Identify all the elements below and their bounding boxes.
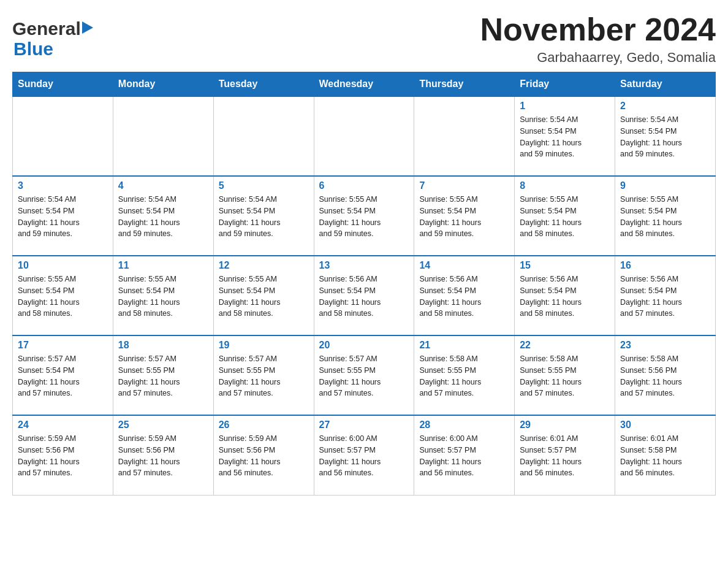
day-number: 27 (319, 419, 409, 431)
weekday-header-tuesday: Tuesday (213, 72, 314, 97)
day-number: 19 (219, 340, 309, 351)
logo-general-text: General (12, 18, 81, 39)
day-info: Sunrise: 5:58 AMSunset: 5:56 PMDaylight:… (620, 353, 710, 399)
logo: General Blue (12, 12, 93, 59)
weekday-header-row: SundayMondayTuesdayWednesdayThursdayFrid… (13, 72, 716, 97)
day-info: Sunrise: 5:55 AMSunset: 5:54 PMDaylight:… (419, 194, 509, 240)
calendar-cell: 14Sunrise: 5:56 AMSunset: 5:54 PMDayligh… (414, 256, 515, 335)
day-info: Sunrise: 5:56 AMSunset: 5:54 PMDaylight:… (319, 274, 409, 320)
day-info: Sunrise: 5:54 AMSunset: 5:54 PMDaylight:… (219, 194, 309, 240)
calendar-cell: 11Sunrise: 5:55 AMSunset: 5:54 PMDayligh… (113, 256, 213, 335)
day-number: 24 (18, 419, 108, 431)
calendar-cell: 29Sunrise: 6:01 AMSunset: 5:57 PMDayligh… (515, 415, 615, 495)
calendar-cell: 28Sunrise: 6:00 AMSunset: 5:57 PMDayligh… (414, 415, 515, 495)
day-info: Sunrise: 5:54 AMSunset: 5:54 PMDaylight:… (620, 114, 710, 160)
day-number: 7 (419, 180, 509, 191)
day-info: Sunrise: 5:55 AMSunset: 5:54 PMDaylight:… (118, 274, 208, 320)
day-info: Sunrise: 5:55 AMSunset: 5:54 PMDaylight:… (219, 274, 309, 320)
day-number: 15 (520, 260, 610, 271)
day-info: Sunrise: 6:01 AMSunset: 5:57 PMDaylight:… (520, 433, 610, 479)
calendar-cell: 10Sunrise: 5:55 AMSunset: 5:54 PMDayligh… (13, 256, 113, 335)
day-info: Sunrise: 6:01 AMSunset: 5:58 PMDaylight:… (620, 433, 710, 479)
calendar-cell: 8Sunrise: 5:55 AMSunset: 5:54 PMDaylight… (515, 176, 615, 256)
day-number: 20 (319, 340, 409, 351)
month-title: November 2024 (480, 12, 716, 47)
day-info: Sunrise: 5:56 AMSunset: 5:54 PMDaylight:… (520, 274, 610, 320)
day-number: 9 (620, 180, 710, 191)
calendar-cell: 16Sunrise: 5:56 AMSunset: 5:54 PMDayligh… (615, 256, 716, 335)
day-info: Sunrise: 5:58 AMSunset: 5:55 PMDaylight:… (520, 353, 610, 399)
calendar-cell: 27Sunrise: 6:00 AMSunset: 5:57 PMDayligh… (314, 415, 414, 495)
calendar-cell: 2Sunrise: 5:54 AMSunset: 5:54 PMDaylight… (615, 96, 716, 176)
calendar-cell: 24Sunrise: 5:59 AMSunset: 5:56 PMDayligh… (13, 415, 113, 495)
calendar-table: SundayMondayTuesdayWednesdayThursdayFrid… (12, 72, 716, 496)
day-number: 28 (419, 419, 509, 431)
day-info: Sunrise: 5:55 AMSunset: 5:54 PMDaylight:… (520, 194, 610, 240)
calendar-cell: 12Sunrise: 5:55 AMSunset: 5:54 PMDayligh… (213, 256, 314, 335)
day-info: Sunrise: 6:00 AMSunset: 5:57 PMDaylight:… (419, 433, 509, 479)
day-info: Sunrise: 5:57 AMSunset: 5:55 PMDaylight:… (319, 353, 409, 399)
calendar-cell: 23Sunrise: 5:58 AMSunset: 5:56 PMDayligh… (615, 335, 716, 415)
calendar-cell: 7Sunrise: 5:55 AMSunset: 5:54 PMDaylight… (414, 176, 515, 256)
calendar-cell: 3Sunrise: 5:54 AMSunset: 5:54 PMDaylight… (13, 176, 113, 256)
day-info: Sunrise: 5:57 AMSunset: 5:55 PMDaylight:… (219, 353, 309, 399)
calendar-cell: 15Sunrise: 5:56 AMSunset: 5:54 PMDayligh… (515, 256, 615, 335)
day-info: Sunrise: 5:54 AMSunset: 5:54 PMDaylight:… (18, 194, 108, 240)
day-number: 3 (18, 180, 108, 191)
day-number: 16 (620, 260, 710, 271)
day-info: Sunrise: 5:54 AMSunset: 5:54 PMDaylight:… (118, 194, 208, 240)
day-number: 29 (520, 419, 610, 431)
day-number: 4 (118, 180, 208, 191)
day-number: 13 (319, 260, 409, 271)
logo-blue-text: Blue (13, 39, 53, 59)
day-info: Sunrise: 5:55 AMSunset: 5:54 PMDaylight:… (18, 274, 108, 320)
calendar-cell: 13Sunrise: 5:56 AMSunset: 5:54 PMDayligh… (314, 256, 414, 335)
weekday-header-wednesday: Wednesday (314, 72, 414, 97)
day-number: 8 (520, 180, 610, 191)
day-info: Sunrise: 5:59 AMSunset: 5:56 PMDaylight:… (18, 433, 108, 479)
day-number: 26 (219, 419, 309, 431)
day-number: 1 (520, 101, 610, 112)
day-number: 23 (620, 340, 710, 351)
calendar-cell: 5Sunrise: 5:54 AMSunset: 5:54 PMDaylight… (213, 176, 314, 256)
calendar-body: 1Sunrise: 5:54 AMSunset: 5:54 PMDaylight… (13, 96, 716, 495)
calendar-week-row: 24Sunrise: 5:59 AMSunset: 5:56 PMDayligh… (13, 415, 716, 495)
calendar-header: SundayMondayTuesdayWednesdayThursdayFrid… (13, 72, 716, 97)
calendar-cell: 22Sunrise: 5:58 AMSunset: 5:55 PMDayligh… (515, 335, 615, 415)
calendar-week-row: 17Sunrise: 5:57 AMSunset: 5:54 PMDayligh… (13, 335, 716, 415)
day-number: 30 (620, 419, 710, 431)
weekday-header-sunday: Sunday (13, 72, 113, 97)
calendar-cell: 25Sunrise: 5:59 AMSunset: 5:56 PMDayligh… (113, 415, 213, 495)
weekday-header-monday: Monday (113, 72, 213, 97)
day-info: Sunrise: 5:56 AMSunset: 5:54 PMDaylight:… (620, 274, 710, 320)
calendar-cell: 20Sunrise: 5:57 AMSunset: 5:55 PMDayligh… (314, 335, 414, 415)
day-number: 6 (319, 180, 409, 191)
day-info: Sunrise: 5:54 AMSunset: 5:54 PMDaylight:… (520, 114, 610, 160)
calendar-week-row: 1Sunrise: 5:54 AMSunset: 5:54 PMDaylight… (13, 96, 716, 176)
calendar-week-row: 10Sunrise: 5:55 AMSunset: 5:54 PMDayligh… (13, 256, 716, 335)
calendar-cell: 9Sunrise: 5:55 AMSunset: 5:54 PMDaylight… (615, 176, 716, 256)
weekday-header-thursday: Thursday (414, 72, 515, 97)
day-info: Sunrise: 5:58 AMSunset: 5:55 PMDaylight:… (419, 353, 509, 399)
day-number: 10 (18, 260, 108, 271)
weekday-header-friday: Friday (515, 72, 615, 97)
day-info: Sunrise: 5:57 AMSunset: 5:54 PMDaylight:… (18, 353, 108, 399)
calendar-cell (314, 96, 414, 176)
day-number: 11 (118, 260, 208, 271)
logo-arrow-icon (82, 21, 93, 34)
calendar-cell: 6Sunrise: 5:55 AMSunset: 5:54 PMDaylight… (314, 176, 414, 256)
calendar-cell: 17Sunrise: 5:57 AMSunset: 5:54 PMDayligh… (13, 335, 113, 415)
calendar-cell: 1Sunrise: 5:54 AMSunset: 5:54 PMDaylight… (515, 96, 615, 176)
day-number: 17 (18, 340, 108, 351)
calendar-week-row: 3Sunrise: 5:54 AMSunset: 5:54 PMDaylight… (13, 176, 716, 256)
calendar-cell: 18Sunrise: 5:57 AMSunset: 5:55 PMDayligh… (113, 335, 213, 415)
day-info: Sunrise: 5:55 AMSunset: 5:54 PMDaylight:… (319, 194, 409, 240)
day-info: Sunrise: 5:59 AMSunset: 5:56 PMDaylight:… (118, 433, 208, 479)
calendar-cell (414, 96, 515, 176)
day-info: Sunrise: 5:59 AMSunset: 5:56 PMDaylight:… (219, 433, 309, 479)
day-number: 12 (219, 260, 309, 271)
day-number: 14 (419, 260, 509, 271)
day-info: Sunrise: 6:00 AMSunset: 5:57 PMDaylight:… (319, 433, 409, 479)
calendar-cell: 19Sunrise: 5:57 AMSunset: 5:55 PMDayligh… (213, 335, 314, 415)
day-number: 21 (419, 340, 509, 351)
